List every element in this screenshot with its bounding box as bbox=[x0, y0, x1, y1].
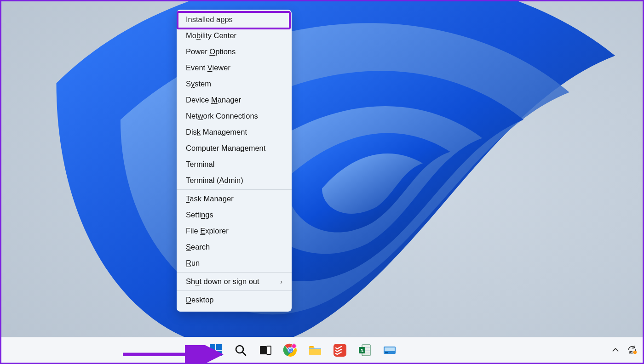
menu-network-connections[interactable]: Network Connections bbox=[177, 108, 292, 124]
excel-app[interactable]: X bbox=[357, 343, 372, 358]
menu-item-label: Power Options bbox=[186, 47, 236, 56]
menu-item-label: Terminal (Admin) bbox=[186, 176, 243, 185]
file-explorer-app[interactable] bbox=[308, 343, 322, 358]
menu-item-label: Event Viewer bbox=[186, 63, 230, 72]
svg-rect-3 bbox=[210, 351, 215, 356]
menu-item-label: Settings bbox=[186, 210, 213, 219]
svg-rect-24 bbox=[385, 347, 395, 351]
menu-divider bbox=[177, 272, 292, 273]
onedrive-sync-button[interactable] bbox=[627, 345, 637, 355]
svg-rect-8 bbox=[267, 346, 271, 354]
svg-rect-4 bbox=[216, 351, 222, 356]
menu-search[interactable]: Search bbox=[177, 239, 292, 255]
menu-system[interactable]: System bbox=[177, 76, 292, 92]
svg-line-6 bbox=[242, 352, 246, 355]
menu-item-label: Device Manager bbox=[186, 96, 241, 104]
menu-desktop[interactable]: Desktop bbox=[177, 292, 292, 308]
settings-app[interactable] bbox=[382, 343, 397, 358]
taskbar: X bbox=[1, 337, 643, 363]
task-view-button[interactable] bbox=[258, 343, 273, 358]
svg-point-26 bbox=[633, 351, 637, 354]
svg-rect-25 bbox=[385, 352, 388, 353]
start-context-menu[interactable]: Installed appsMobility CenterPower Optio… bbox=[177, 10, 292, 312]
svg-rect-7 bbox=[260, 346, 266, 354]
menu-item-label: File Explorer bbox=[186, 227, 229, 235]
menu-file-explorer[interactable]: File Explorer bbox=[177, 223, 292, 239]
start-button[interactable] bbox=[208, 343, 223, 358]
svg-rect-15 bbox=[309, 348, 321, 349]
menu-settings[interactable]: Settings bbox=[177, 207, 292, 223]
todoist-app[interactable] bbox=[333, 343, 347, 358]
menu-shutdown-signout[interactable]: Shut down or sign out› bbox=[177, 273, 292, 290]
menu-item-label: Terminal bbox=[186, 160, 214, 169]
menu-item-label: Mobility Center bbox=[186, 31, 236, 40]
menu-computer-management[interactable]: Computer Management bbox=[177, 140, 292, 156]
chevron-right-icon: › bbox=[280, 278, 282, 285]
menu-item-label: Network Connections bbox=[186, 112, 258, 120]
menu-item-label: Desktop bbox=[186, 296, 214, 304]
svg-text:X: X bbox=[360, 347, 364, 353]
svg-point-12 bbox=[289, 348, 292, 351]
menu-installed-apps[interactable]: Installed apps bbox=[177, 11, 292, 28]
menu-item-label: Disk Management bbox=[186, 128, 247, 136]
menu-run[interactable]: Run bbox=[177, 255, 292, 271]
menu-divider bbox=[177, 290, 292, 291]
search-button[interactable] bbox=[233, 343, 248, 358]
menu-task-manager[interactable]: Task Manager bbox=[177, 191, 292, 207]
menu-item-label: Computer Management bbox=[186, 144, 265, 153]
menu-terminal-admin[interactable]: Terminal (Admin) bbox=[177, 172, 292, 188]
menu-disk-management[interactable]: Disk Management bbox=[177, 124, 292, 140]
chrome-app[interactable] bbox=[283, 343, 298, 358]
menu-item-label: Search bbox=[186, 243, 210, 251]
svg-rect-2 bbox=[216, 344, 222, 350]
menu-item-label: Task Manager bbox=[186, 194, 234, 203]
overflow-tray-button[interactable] bbox=[610, 345, 621, 355]
menu-device-manager[interactable]: Device Manager bbox=[177, 92, 292, 108]
menu-terminal[interactable]: Terminal bbox=[177, 156, 292, 172]
svg-rect-1 bbox=[210, 344, 215, 350]
desktop-wallpaper bbox=[1, 1, 643, 363]
menu-item-label: Run bbox=[186, 259, 200, 267]
menu-mobility-center[interactable]: Mobility Center bbox=[177, 28, 292, 44]
menu-divider bbox=[177, 189, 292, 190]
menu-item-label: System bbox=[186, 80, 211, 88]
menu-event-viewer[interactable]: Event Viewer bbox=[177, 60, 292, 76]
menu-item-label: Installed apps bbox=[186, 15, 233, 24]
menu-power-options[interactable]: Power Options bbox=[177, 44, 292, 60]
svg-point-14 bbox=[292, 344, 296, 348]
menu-item-label: Shut down or sign out bbox=[186, 277, 259, 286]
